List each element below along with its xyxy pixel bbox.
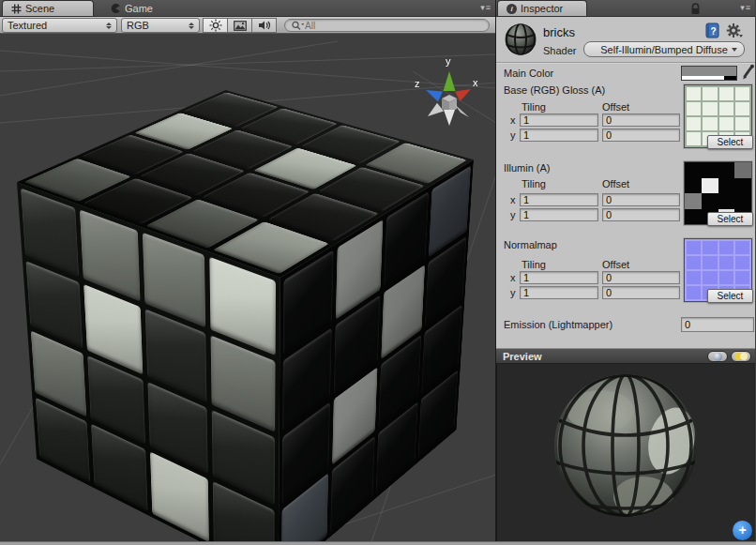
axis-z-label: z xyxy=(415,78,420,89)
base-tiling-y-input[interactable] xyxy=(520,129,598,142)
illumin-map-label: Illumin (A) xyxy=(504,162,551,174)
normalmap-tiling-y-input[interactable] xyxy=(520,286,598,299)
preview-sphere xyxy=(552,371,700,520)
inspector-tabbar: i Inspector ▾≡ xyxy=(496,0,755,17)
preview-area[interactable]: + xyxy=(496,364,755,541)
y-row-label: y xyxy=(510,209,516,220)
x-row-label: x xyxy=(510,114,516,126)
tab-scene[interactable]: Scene xyxy=(2,0,94,16)
axis-neg-cone[interactable] xyxy=(444,110,455,126)
tab-inspector-label: Inspector xyxy=(521,3,563,14)
light-dot-icon xyxy=(740,353,748,360)
draw-mode-value: Textured xyxy=(8,20,47,31)
normalmap-offset-x-input[interactable] xyxy=(602,271,680,284)
chevron-down-icon xyxy=(732,48,737,52)
base-map-label: Base (RGB) Gloss (A) xyxy=(504,84,605,96)
scene-lighting-toggle[interactable] xyxy=(203,18,228,33)
tiling-header: Tiling xyxy=(522,101,546,113)
add-button[interactable]: + xyxy=(733,521,752,540)
updown-arrows-icon xyxy=(100,23,112,29)
y-row-label: y xyxy=(510,287,516,298)
base-tiling-x-input[interactable] xyxy=(520,114,598,127)
base-select-button[interactable]: Select xyxy=(707,135,753,149)
speaker-icon xyxy=(258,20,271,31)
preview-header[interactable]: Preview xyxy=(496,348,755,364)
sun-icon xyxy=(209,19,222,32)
game-icon xyxy=(110,3,121,14)
preview-shape-button[interactable] xyxy=(707,351,728,362)
material-inspector: bricks Shader Self-Illumin/Bumped Diffus… xyxy=(496,17,755,348)
scene-cube[interactable] xyxy=(129,133,385,500)
tab-inspector[interactable]: i Inspector xyxy=(497,0,587,16)
scene-search-field[interactable] xyxy=(284,19,490,32)
updown-arrows-icon xyxy=(183,23,194,29)
preview-lighting-button[interactable] xyxy=(731,351,751,362)
normalmap-tiling-x-input[interactable] xyxy=(520,271,598,284)
normalmap-select-button[interactable]: Select xyxy=(707,289,753,303)
emission-label: Emission (Lightmapper) xyxy=(504,319,612,330)
shader-value: Self-Illumin/Bumped Diffuse xyxy=(600,44,728,55)
eyedropper-icon[interactable] xyxy=(741,64,755,81)
gear-icon[interactable] xyxy=(726,23,743,38)
emission-input[interactable] xyxy=(681,317,754,332)
color-mode-dropdown[interactable]: RGB xyxy=(121,18,200,33)
x-row-label: x xyxy=(510,272,516,283)
inspector-panel-menu-icon[interactable]: ▾≡ xyxy=(740,3,751,12)
material-name: bricks xyxy=(543,25,575,39)
preview-title: Preview xyxy=(496,351,542,362)
sphere-icon xyxy=(714,353,722,361)
lock-icon[interactable] xyxy=(690,3,701,15)
scene-panel-menu-icon[interactable]: ▾≡ xyxy=(480,3,491,12)
normalmap-label: Normalmap xyxy=(504,239,557,250)
main-color-alpha-bar xyxy=(682,76,736,80)
base-offset-y-input[interactable] xyxy=(602,129,680,142)
scene-axis-gizmo[interactable]: y x z xyxy=(411,51,488,129)
axis-x-cone[interactable] xyxy=(455,89,471,101)
main-color-label: Main Color xyxy=(504,68,553,79)
illumin-offset-y-input[interactable] xyxy=(602,208,680,221)
divider xyxy=(496,62,755,64)
svg-text:?: ? xyxy=(710,26,716,37)
scene-audio-toggle[interactable] xyxy=(251,18,277,33)
scene-overlay-toggle[interactable] xyxy=(227,18,252,33)
offset-header: Offset xyxy=(602,178,629,189)
base-offset-x-input[interactable] xyxy=(602,114,680,127)
unity-editor-window: Scene Game ▾≡ Textured RGB xyxy=(0,0,756,545)
inspector-panel: i Inspector ▾≡ xyxy=(496,0,755,545)
window-resize-edge[interactable] xyxy=(0,541,756,545)
axis-y-cone[interactable] xyxy=(444,71,456,91)
tab-scene-label: Scene xyxy=(25,3,54,14)
normalmap-offset-y-input[interactable] xyxy=(602,286,680,299)
main-color-value xyxy=(682,67,736,76)
shader-label: Shader xyxy=(543,45,576,56)
draw-mode-dropdown[interactable]: Textured xyxy=(2,18,117,33)
shader-dropdown[interactable]: Self-Illumin/Bumped Diffuse xyxy=(583,41,745,57)
tiling-header: Tiling xyxy=(522,259,546,270)
tiling-header: Tiling xyxy=(522,178,546,189)
main-color-swatch[interactable] xyxy=(681,66,737,81)
illumin-select-button[interactable]: Select xyxy=(707,212,753,226)
color-mode-value: RGB xyxy=(127,20,149,31)
axis-x-label: x xyxy=(473,77,478,88)
illumin-offset-x-input[interactable] xyxy=(602,193,680,206)
axis-neg-cone[interactable] xyxy=(454,104,469,118)
illumin-tiling-x-input[interactable] xyxy=(520,193,598,206)
help-icon[interactable]: ? xyxy=(705,23,720,38)
scene-viewport[interactable]: y x z xyxy=(0,34,495,545)
axis-y-label: y xyxy=(446,55,451,67)
material-ball-icon xyxy=(504,23,537,56)
scene-grid-icon xyxy=(11,4,22,14)
axis-neg-cone[interactable] xyxy=(428,103,444,116)
illumin-tiling-y-input[interactable] xyxy=(520,208,598,221)
search-input[interactable] xyxy=(305,21,483,31)
y-row-label: y xyxy=(510,129,516,141)
image-icon xyxy=(234,21,247,31)
offset-header: Offset xyxy=(602,259,629,270)
offset-header: Offset xyxy=(602,101,629,113)
scene-panel: Scene Game ▾≡ Textured RGB xyxy=(0,0,496,545)
axis-z-cone[interactable] xyxy=(426,90,443,102)
x-row-label: x xyxy=(510,194,516,205)
tab-game-label: Game xyxy=(125,3,153,14)
search-icon xyxy=(291,20,305,31)
tab-game[interactable]: Game xyxy=(101,0,161,16)
